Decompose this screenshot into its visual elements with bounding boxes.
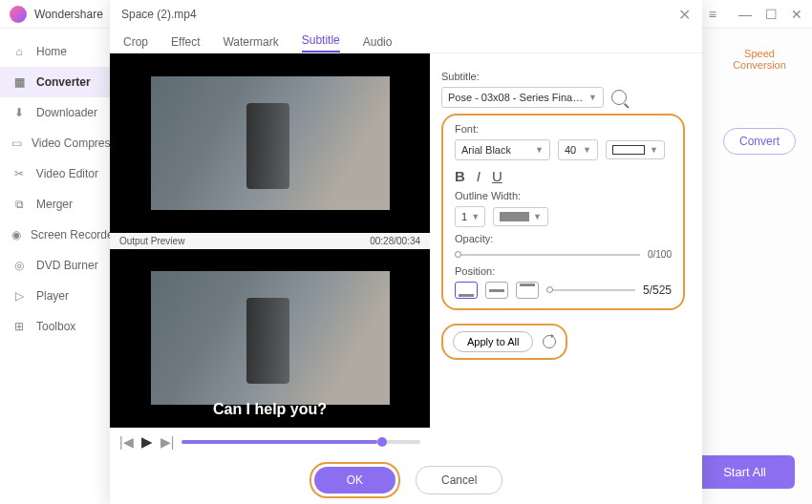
sidebar-item-label: DVD Burner [36, 259, 98, 272]
sidebar-item-label: Player [36, 289, 69, 303]
opacity-slider[interactable] [455, 254, 640, 256]
tab-audio[interactable]: Audio [363, 35, 393, 52]
sidebar-item-toolbox[interactable]: ⊞Toolbox [0, 311, 110, 342]
transport-bar: |◀ ▶ ▶| [110, 428, 430, 456]
settings-column: Subtitle: Pose - 03x08 - Series Finale P… [430, 53, 702, 456]
opacity-label: Opacity: [455, 233, 672, 244]
chevron-down-icon: ▼ [650, 145, 658, 155]
tab-crop[interactable]: Crop [123, 35, 148, 52]
position-middle-button[interactable] [485, 282, 508, 299]
dialog-tabs: Crop Effect Watermark Subtitle Audio [110, 29, 702, 53]
scissors-icon: ✂ [11, 166, 27, 181]
sidebar: ⌂Home ▦Converter ⬇Downloader ▭Video Comp… [0, 29, 110, 504]
tab-subtitle[interactable]: Subtitle [302, 33, 340, 52]
play-button[interactable]: ▶ [141, 433, 153, 451]
home-icon: ⌂ [11, 44, 27, 59]
sidebar-item-label: Downloader [36, 106, 97, 119]
converter-icon: ▦ [11, 74, 27, 90]
sidebar-item-label: Home [36, 45, 67, 58]
merge-icon: ⧉ [11, 197, 27, 212]
dialog-close-button[interactable]: ✕ [678, 6, 691, 24]
outline-width-label: Outline Width: [455, 190, 672, 201]
bold-button[interactable]: B [455, 168, 465, 184]
sidebar-item-converter[interactable]: ▦Converter [0, 67, 110, 97]
speed-conversion-link[interactable]: Speed Conversion [716, 48, 802, 71]
apply-all-box: Apply to All [441, 324, 567, 360]
tab-watermark[interactable]: Watermark [223, 35, 278, 52]
reset-icon[interactable] [543, 335, 556, 348]
record-icon: ◉ [11, 227, 21, 242]
play-icon: ▷ [11, 288, 27, 304]
italic-button[interactable]: I [477, 168, 481, 184]
sidebar-item-dvd[interactable]: ◎DVD Burner [0, 250, 110, 281]
font-color-select[interactable]: ▼ [606, 140, 665, 159]
outline-color-select[interactable]: ▼ [493, 207, 548, 226]
chevron-down-icon: ▼ [588, 93, 597, 102]
opacity-value: 0/100 [648, 249, 672, 260]
font-size-select[interactable]: 40▼ [558, 139, 598, 160]
output-preview: Can I help you? [110, 249, 430, 429]
sidebar-item-label: Toolbox [36, 320, 75, 333]
chevron-down-icon: ▼ [471, 212, 480, 221]
source-preview [110, 53, 430, 233]
subtitle-file-select[interactable]: Pose - 03x08 - Series Finale Part 2.WE▼ [441, 87, 604, 108]
disc-icon: ◎ [11, 258, 27, 273]
tab-effect[interactable]: Effect [171, 35, 200, 52]
sidebar-item-label: Video Compress [32, 136, 110, 150]
sidebar-item-recorder[interactable]: ◉Screen Recorde [0, 220, 110, 250]
sidebar-item-editor[interactable]: ✂Video Editor [0, 158, 110, 189]
cancel-button[interactable]: Cancel [416, 466, 502, 494]
start-all-button[interactable]: Start All [694, 455, 795, 489]
video-frame [151, 76, 390, 210]
convert-button[interactable]: Convert [723, 128, 796, 155]
sidebar-item-label: Screen Recorde [31, 228, 110, 242]
dialog-title: Space (2).mp4 [121, 8, 678, 21]
position-top-button[interactable] [516, 282, 539, 299]
grid-icon: ⊞ [11, 319, 27, 334]
sidebar-item-player[interactable]: ▷Player [0, 281, 110, 311]
apply-to-all-button[interactable]: Apply to All [453, 331, 533, 352]
color-swatch [612, 145, 645, 155]
search-subtitle-icon[interactable] [611, 90, 627, 105]
app-logo [10, 6, 27, 23]
color-swatch [500, 212, 529, 221]
sidebar-item-compress[interactable]: ▭Video Compress [0, 128, 110, 158]
subtitle-file-value: Pose - 03x08 - Series Finale Part 2.WE [448, 92, 585, 103]
close-button[interactable]: ✕ [791, 7, 802, 22]
next-frame-button[interactable]: ▶| [160, 434, 175, 450]
minimize-button[interactable]: — [738, 7, 752, 22]
sidebar-item-label: Converter [36, 75, 91, 89]
position-bottom-button[interactable] [455, 282, 478, 299]
video-frame [151, 271, 390, 405]
preview-column: Output Preview 00:28/00:34 Can I help yo… [110, 53, 430, 456]
progress-slider[interactable] [182, 440, 420, 444]
font-settings-box: Font: Arial Black▼ 40▼ ▼ B I U Outline W… [441, 114, 685, 310]
timecode: 00:28/00:34 [370, 236, 420, 246]
subtitle-label: Subtitle: [441, 71, 685, 82]
underline-button[interactable]: U [492, 168, 502, 184]
position-label: Position: [455, 265, 672, 277]
edit-dialog: Space (2).mp4 ✕ Crop Effect Watermark Su… [110, 0, 702, 504]
sidebar-item-home[interactable]: ⌂Home [0, 36, 110, 67]
compress-icon: ▭ [11, 136, 22, 151]
chevron-down-icon: ▼ [583, 145, 591, 155]
font-label: Font: [455, 123, 672, 135]
output-preview-label: Output Preview [119, 236, 184, 246]
sidebar-item-downloader[interactable]: ⬇Downloader [0, 97, 110, 128]
chevron-down-icon: ▼ [535, 145, 544, 155]
prev-frame-button[interactable]: |◀ [119, 434, 134, 450]
outline-width-select[interactable]: 1▼ [455, 206, 485, 227]
ok-button[interactable]: OK [314, 467, 395, 494]
sidebar-item-label: Merger [36, 198, 73, 211]
download-icon: ⬇ [11, 105, 27, 120]
sidebar-item-label: Video Editor [36, 167, 98, 180]
chevron-down-icon: ▼ [533, 212, 542, 221]
sidebar-item-merger[interactable]: ⧉Merger [0, 189, 110, 220]
font-family-select[interactable]: Arial Black▼ [455, 139, 550, 160]
subtitle-overlay: Can I help you? [110, 401, 430, 418]
maximize-button[interactable]: ☐ [765, 7, 778, 22]
position-slider[interactable] [546, 289, 635, 291]
menu-icon[interactable]: ≡ [709, 7, 716, 22]
position-value: 5/525 [643, 284, 672, 297]
